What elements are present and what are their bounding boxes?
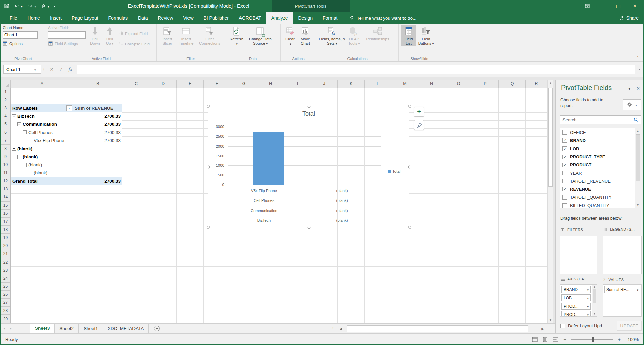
values-field-pill-sum-of-re[interactable]: Sum of RE...	[604, 286, 640, 293]
sheet-tab-xdo-metadata[interactable]: XDO_METADATA	[103, 324, 149, 333]
column-header-N[interactable]: N	[418, 80, 445, 88]
formula-bar-splitter[interactable]: ⋮	[41, 67, 47, 72]
row-labels-filter-button[interactable]: ▾	[66, 105, 72, 111]
options-button[interactable]: Options	[3, 40, 38, 47]
collapse-toggle-icon[interactable]: −	[12, 114, 16, 118]
tab-file[interactable]: File	[5, 12, 22, 24]
name-box-input[interactable]	[4, 67, 33, 72]
row-header-19[interactable]: 19	[1, 234, 10, 242]
close-button[interactable]: ✕	[626, 0, 643, 12]
checked-checkbox[interactable]: ✓	[562, 155, 567, 159]
column-header-C[interactable]: C	[122, 80, 150, 88]
column-header-M[interactable]: M	[391, 80, 418, 88]
pivot-row[interactable]: −(blank)	[11, 145, 122, 153]
axis-area-scrollbar[interactable]: ▲ ▼	[592, 285, 597, 316]
unchecked-checkbox[interactable]	[562, 195, 567, 200]
field-item-lob[interactable]: ✓LOB	[560, 145, 641, 153]
legend-area-box[interactable]	[603, 236, 642, 274]
zoom-out-icon[interactable]: −	[563, 337, 566, 342]
column-header-K[interactable]: K	[338, 80, 365, 88]
row-header-7[interactable]: 7	[1, 136, 10, 145]
tab-view[interactable]: View	[178, 12, 198, 24]
field-buttons-button[interactable]: Field Buttons	[416, 25, 436, 46]
axis-field-pill-lob[interactable]: LOB	[561, 294, 591, 301]
unchecked-checkbox[interactable]	[562, 203, 567, 208]
expand-formula-bar-icon[interactable]: ▾	[635, 68, 643, 71]
chart-name-input[interactable]	[3, 31, 38, 39]
field-item-target-revenue[interactable]: TARGET_REVENUE	[560, 177, 641, 185]
collapse-toggle-icon[interactable]: −	[12, 147, 16, 151]
tab-formulas[interactable]: Formulas	[103, 12, 133, 24]
tab-home[interactable]: Home	[22, 12, 45, 24]
field-item-billed-quantity[interactable]: BILLED_QUANTITY	[560, 202, 641, 208]
search-input[interactable]	[560, 117, 633, 122]
chart-selection-handle[interactable]	[207, 165, 210, 168]
sheet-nav-right-icon[interactable]: ▸	[10, 326, 12, 331]
zoom-slider[interactable]	[571, 339, 613, 340]
chart-styles-brush-button[interactable]	[414, 120, 424, 130]
axis-scroll-up-icon[interactable]: ▲	[592, 285, 597, 288]
field-item-revenue[interactable]: ✓REVENUE	[560, 185, 641, 193]
chart-selection-handle[interactable]	[408, 226, 411, 229]
axis-field-pill-prod[interactable]: PROD...	[561, 303, 591, 310]
filters-area-box[interactable]	[560, 236, 597, 274]
field-item-year[interactable]: YEAR	[560, 169, 641, 177]
pill-dropdown-icon[interactable]	[586, 287, 589, 292]
row-header-4[interactable]: 4	[1, 112, 10, 120]
worksheet-grid[interactable]: ABCDEFGHIJKLMNOPQR 123456789101112131415…	[1, 80, 547, 323]
insert-slicer-button[interactable]: Insert Slicer	[159, 25, 176, 46]
axis-scroll-thumb[interactable]	[593, 289, 596, 303]
tab-bi-publisher[interactable]: BI Publisher	[199, 12, 234, 24]
chart-selection-handle[interactable]	[207, 226, 210, 229]
pane-close-icon[interactable]: ✕	[636, 86, 640, 91]
pivot-row[interactable]: −Communication2700.33	[11, 120, 122, 128]
column-header-J[interactable]: J	[311, 80, 338, 88]
update-button[interactable]: UPDATE	[617, 321, 642, 331]
field-item-office[interactable]: OFFICE	[560, 128, 641, 136]
pivot-row[interactable]: V5x Flip Phone2700.33	[11, 136, 122, 145]
pane-options-icon[interactable]: ▾	[628, 86, 631, 91]
minimize-button[interactable]: ─	[595, 0, 610, 12]
axis-area-box[interactable]: ▲ ▼ BRANDLOBPROD...PROD...	[560, 284, 597, 317]
pivot-row[interactable]: −(blank)	[11, 161, 122, 169]
scroll-left-icon[interactable]: ◀	[337, 325, 345, 332]
scroll-down-icon[interactable]: ▼	[548, 317, 553, 323]
column-header-H[interactable]: H	[257, 80, 284, 88]
drill-down-button[interactable]: Drill Down	[88, 25, 102, 46]
tab-page-layout[interactable]: Page Layout	[67, 12, 103, 24]
expand-field-button[interactable]: Expand Field	[118, 30, 150, 37]
row-header-22[interactable]: 22	[1, 258, 10, 266]
chart-selection-handle[interactable]	[207, 105, 210, 108]
insert-function-icon[interactable]: fx	[66, 67, 75, 72]
axis-field-pill-prod[interactable]: PROD...	[561, 311, 591, 317]
row-header-27[interactable]: 27	[1, 299, 10, 307]
page-layout-view-icon[interactable]	[542, 337, 548, 342]
chart-elements-plus-button[interactable]: +	[414, 107, 424, 117]
page-break-view-icon[interactable]	[553, 337, 558, 342]
column-header-R[interactable]: R	[526, 80, 547, 88]
row-header-13[interactable]: 13	[1, 185, 10, 193]
collapse-toggle-icon[interactable]: −	[17, 122, 21, 126]
row-header-25[interactable]: 25	[1, 283, 10, 291]
field-search-box[interactable]	[560, 115, 641, 124]
formula-input[interactable]	[77, 65, 635, 74]
change-data-source-button[interactable]: Change Data Source	[246, 25, 275, 46]
column-header-Q[interactable]: Q	[499, 80, 526, 88]
drill-up-button[interactable]: Drill Up	[102, 25, 117, 46]
row-header-23[interactable]: 23	[1, 266, 10, 274]
field-item-product-type[interactable]: ✓PRODUCT_TYPE	[560, 153, 641, 161]
scroll-up-icon[interactable]: ▲	[548, 80, 553, 87]
field-list-button[interactable]: Field List	[401, 25, 416, 46]
defer-layout-checkbox[interactable]	[560, 324, 565, 328]
horizontal-scrollbar[interactable]	[345, 325, 539, 332]
column-header-I[interactable]: I	[284, 80, 311, 88]
axis-scroll-down-icon[interactable]: ▼	[592, 312, 597, 315]
insert-timeline-button[interactable]: Insert Timeline	[176, 25, 196, 46]
pill-dropdown-icon[interactable]	[636, 287, 638, 292]
column-header-A[interactable]: A	[11, 80, 73, 88]
sheet-tab-sheet1[interactable]: Sheet1	[79, 324, 103, 333]
tab-insert[interactable]: Insert	[45, 12, 67, 24]
vertical-scrollbar[interactable]: ▲ ▼	[547, 80, 553, 323]
pivot-row[interactable]: (blank)	[11, 169, 122, 177]
row-header-29[interactable]: 29	[1, 315, 10, 323]
